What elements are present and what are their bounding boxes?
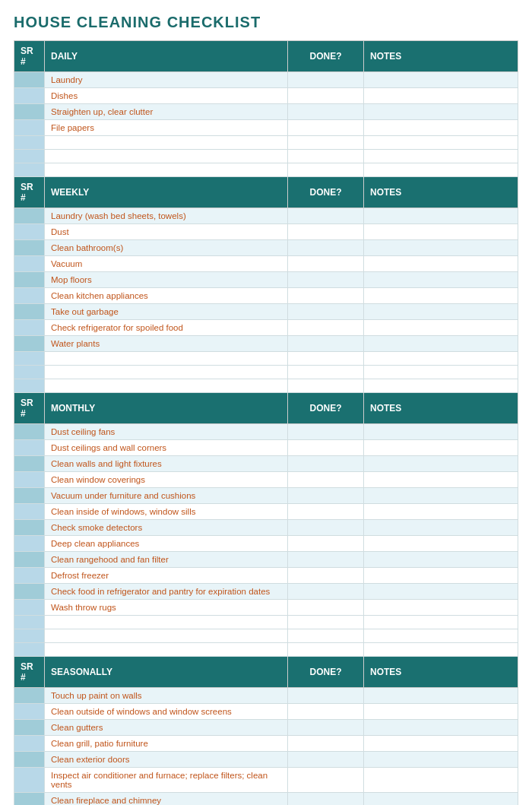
row-done[interactable] — [288, 688, 364, 704]
row-sr — [14, 88, 45, 104]
row-done[interactable] — [288, 336, 364, 352]
page-title: HOUSE CLEANING CHECKLIST — [14, 14, 518, 31]
list-item: Clean rangehood and fan filter — [14, 552, 518, 568]
row-notes[interactable] — [364, 120, 518, 136]
row-notes[interactable] — [364, 504, 518, 520]
header-category-weekly: WEEKLY — [45, 177, 288, 208]
row-notes[interactable] — [364, 272, 518, 288]
empty-done — [288, 379, 364, 393]
row-sr — [14, 520, 45, 536]
row-notes[interactable] — [364, 320, 518, 336]
empty-task — [45, 150, 288, 163]
row-notes[interactable] — [364, 768, 518, 793]
row-done[interactable] — [288, 256, 364, 272]
row-done[interactable] — [288, 552, 364, 568]
empty-sr — [14, 643, 45, 657]
header-notes-monthly: NOTES — [364, 393, 518, 424]
row-notes[interactable] — [364, 552, 518, 568]
row-notes[interactable] — [364, 736, 518, 752]
row-notes[interactable] — [364, 440, 518, 456]
row-done[interactable] — [288, 752, 364, 768]
row-done[interactable] — [288, 320, 364, 336]
row-notes[interactable] — [364, 600, 518, 616]
row-done[interactable] — [288, 520, 364, 536]
row-notes[interactable] — [364, 336, 518, 352]
list-item: Touch up paint on walls — [14, 688, 518, 704]
row-notes[interactable] — [364, 424, 518, 440]
row-notes[interactable] — [364, 720, 518, 736]
row-sr — [14, 224, 45, 240]
row-notes[interactable] — [364, 704, 518, 720]
row-notes[interactable] — [364, 688, 518, 704]
empty-task — [45, 616, 288, 629]
row-notes[interactable] — [364, 456, 518, 472]
list-item: Clean walls and light fixtures — [14, 456, 518, 472]
row-done[interactable] — [288, 272, 364, 288]
row-notes[interactable] — [364, 240, 518, 256]
empty-done — [288, 629, 364, 643]
row-notes[interactable] — [364, 793, 518, 806]
row-done[interactable] — [288, 704, 364, 720]
row-notes[interactable] — [364, 536, 518, 552]
row-done[interactable] — [288, 304, 364, 320]
row-done[interactable] — [288, 793, 364, 806]
row-task: Clean walls and light fixtures — [45, 456, 288, 472]
row-done[interactable] — [288, 224, 364, 240]
row-task: Dust ceiling fans — [45, 424, 288, 440]
row-done[interactable] — [288, 440, 364, 456]
row-done[interactable] — [288, 472, 364, 488]
row-done[interactable] — [288, 456, 364, 472]
empty-notes — [364, 136, 518, 150]
row-done[interactable] — [288, 88, 364, 104]
row-done[interactable] — [288, 208, 364, 224]
row-done[interactable] — [288, 120, 364, 136]
row-done[interactable] — [288, 568, 364, 584]
empty-done — [288, 366, 364, 379]
empty-task — [45, 366, 288, 379]
row-notes[interactable] — [364, 72, 518, 88]
row-done[interactable] — [288, 736, 364, 752]
row-sr — [14, 768, 45, 793]
empty-row — [14, 136, 518, 150]
list-item: Laundry — [14, 72, 518, 88]
list-item: Vacuum under furniture and cushions — [14, 488, 518, 504]
empty-task — [45, 136, 288, 150]
row-sr — [14, 752, 45, 768]
header-category-seasonally: SEASONALLY — [45, 657, 288, 688]
row-notes[interactable] — [364, 568, 518, 584]
row-notes[interactable] — [364, 488, 518, 504]
row-done[interactable] — [288, 584, 364, 600]
row-sr — [14, 288, 45, 304]
row-done[interactable] — [288, 536, 364, 552]
row-done[interactable] — [288, 488, 364, 504]
row-notes[interactable] — [364, 104, 518, 120]
list-item: Laundry (wash bed sheets, towels) — [14, 208, 518, 224]
row-task: Clean gutters — [45, 720, 288, 736]
row-done[interactable] — [288, 768, 364, 793]
row-done[interactable] — [288, 72, 364, 88]
empty-notes — [364, 379, 518, 393]
row-notes[interactable] — [364, 256, 518, 272]
row-task: File papers — [45, 120, 288, 136]
header-notes-seasonally: NOTES — [364, 657, 518, 688]
empty-sr — [14, 163, 45, 177]
row-done[interactable] — [288, 504, 364, 520]
row-done[interactable] — [288, 288, 364, 304]
row-task: Inspect air conditioner and furnace; rep… — [45, 768, 288, 793]
header-sr-monthly: SR # — [14, 393, 45, 424]
row-notes[interactable] — [364, 584, 518, 600]
row-notes[interactable] — [364, 520, 518, 536]
row-notes[interactable] — [364, 208, 518, 224]
empty-row — [14, 366, 518, 379]
row-notes[interactable] — [364, 288, 518, 304]
row-notes[interactable] — [364, 304, 518, 320]
row-notes[interactable] — [364, 752, 518, 768]
row-done[interactable] — [288, 600, 364, 616]
row-notes[interactable] — [364, 472, 518, 488]
row-done[interactable] — [288, 424, 364, 440]
row-done[interactable] — [288, 240, 364, 256]
row-done[interactable] — [288, 104, 364, 120]
row-notes[interactable] — [364, 88, 518, 104]
row-notes[interactable] — [364, 224, 518, 240]
row-done[interactable] — [288, 720, 364, 736]
